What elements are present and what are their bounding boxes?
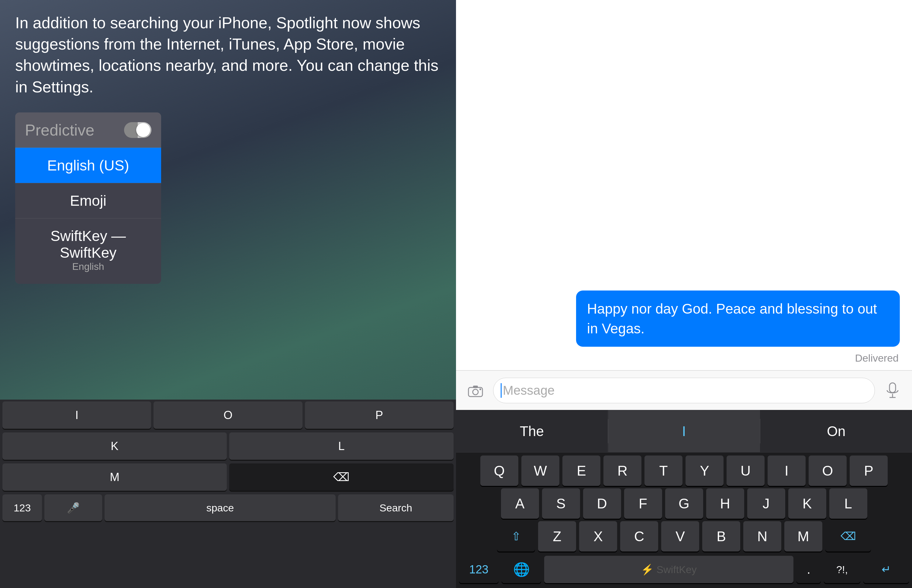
right-key-a[interactable]: A bbox=[501, 488, 539, 519]
right-kbd-area: Q W E R T Y U I O P A S D F G H J K bbox=[456, 452, 912, 588]
delivered-status: Delivered bbox=[468, 352, 900, 364]
toggle-knob bbox=[136, 123, 150, 137]
right-key-n[interactable]: N bbox=[743, 521, 781, 551]
right-key-j[interactable]: J bbox=[747, 488, 785, 519]
mic-button[interactable] bbox=[880, 378, 905, 403]
right-key-s[interactable]: S bbox=[542, 488, 580, 519]
right-key-globe[interactable]: 🌐 bbox=[501, 556, 541, 583]
left-key-num[interactable]: 123 bbox=[2, 494, 42, 521]
right-key-f[interactable]: F bbox=[624, 488, 662, 519]
right-key-m[interactable]: M bbox=[784, 521, 822, 551]
right-key-y[interactable]: Y bbox=[686, 456, 723, 486]
right-key-i[interactable]: I bbox=[768, 456, 805, 486]
right-key-g[interactable]: G bbox=[665, 488, 703, 519]
left-key-p[interactable]: P bbox=[305, 401, 454, 429]
left-key-k[interactable]: K bbox=[2, 433, 227, 460]
lang-item-emoji[interactable]: Emoji bbox=[15, 183, 161, 218]
left-kbd-bottom: 123 🎤 space Search bbox=[0, 493, 456, 523]
right-kbd-bottom: 123 🌐 ⚡ SwiftKey . ?!, ↵ bbox=[456, 553, 912, 586]
right-key-p[interactable]: P bbox=[850, 456, 888, 486]
message-input-bar: Message bbox=[456, 370, 912, 410]
right-key-q[interactable]: Q bbox=[480, 456, 518, 486]
predictive-label: Predictive bbox=[25, 121, 94, 139]
lang-item-swiftkey-sub: English bbox=[25, 261, 151, 275]
left-key-i[interactable]: I bbox=[2, 401, 151, 429]
left-key-m[interactable]: M bbox=[2, 464, 227, 491]
right-keyboard: The I On Q W E R T Y U I O bbox=[456, 410, 912, 588]
right-key-x[interactable]: X bbox=[579, 521, 617, 551]
swiftkey-logo: ⚡ SwiftKey bbox=[641, 564, 697, 575]
right-key-w[interactable]: W bbox=[521, 456, 559, 486]
predictive-popup: Predictive English (US) Emoji SwiftKey —… bbox=[15, 112, 161, 284]
svg-rect-4 bbox=[889, 383, 896, 393]
message-input-field[interactable]: Message bbox=[493, 378, 875, 403]
right-key-b[interactable]: B bbox=[702, 521, 740, 551]
left-kbd-row1: I O P bbox=[0, 400, 456, 431]
svg-rect-2 bbox=[473, 386, 478, 388]
right-key-e[interactable]: E bbox=[563, 456, 600, 486]
right-key-r[interactable]: R bbox=[603, 456, 642, 486]
right-kbd-row1: Q W E R T Y U I O P bbox=[456, 454, 912, 487]
right-key-return[interactable]: ↵ bbox=[863, 556, 909, 583]
info-text: In addition to searching your iPhone, Sp… bbox=[15, 14, 438, 96]
messages-area: Happy nor day God. Peace and blessing to… bbox=[456, 0, 912, 370]
message-bubble: Happy nor day God. Peace and blessing to… bbox=[576, 291, 900, 347]
left-kbd-row2: K L bbox=[0, 431, 456, 462]
right-key-punct[interactable]: ?!, bbox=[824, 556, 860, 583]
right-key-period[interactable]: . bbox=[797, 556, 821, 583]
left-key-search[interactable]: Search bbox=[338, 494, 454, 521]
right-kbd-row2: A S D F G H J K L bbox=[456, 487, 912, 520]
right-panel: Happy nor day God. Peace and blessing to… bbox=[456, 0, 912, 588]
suggestion-on[interactable]: On bbox=[760, 410, 912, 452]
right-key-d[interactable]: D bbox=[583, 488, 621, 519]
right-key-v[interactable]: V bbox=[661, 521, 699, 551]
left-key-backspace[interactable]: ⌫ bbox=[229, 464, 454, 491]
right-key-t[interactable]: T bbox=[645, 456, 682, 486]
message-placeholder: Message bbox=[503, 383, 555, 398]
camera-button[interactable] bbox=[463, 378, 488, 403]
right-key-h[interactable]: H bbox=[706, 488, 744, 519]
right-key-z[interactable]: Z bbox=[538, 521, 576, 551]
svg-point-1 bbox=[473, 389, 478, 395]
language-menu: English (US) Emoji SwiftKey — SwiftKey E… bbox=[15, 148, 161, 284]
left-key-mic[interactable]: 🎤 bbox=[44, 494, 102, 521]
right-key-shift[interactable]: ⇧ bbox=[497, 521, 535, 551]
left-key-o[interactable]: O bbox=[154, 401, 302, 429]
right-key-space[interactable]: ⚡ SwiftKey bbox=[544, 556, 794, 583]
right-key-l[interactable]: L bbox=[829, 488, 867, 519]
suggestion-the[interactable]: The bbox=[456, 410, 608, 452]
left-panel: In addition to searching your iPhone, Sp… bbox=[0, 0, 456, 588]
predictive-row: Predictive bbox=[15, 112, 161, 148]
left-keyboard: I O P K L M ⌫ 123 🎤 space Search bbox=[0, 400, 456, 588]
lang-item-swiftkey[interactable]: SwiftKey — SwiftKey English bbox=[15, 218, 161, 284]
right-key-num[interactable]: 123 bbox=[459, 556, 498, 583]
svg-point-3 bbox=[479, 388, 481, 390]
right-key-k[interactable]: K bbox=[788, 488, 826, 519]
predictive-toggle[interactable] bbox=[124, 122, 151, 138]
right-key-c[interactable]: C bbox=[620, 521, 658, 551]
suggestions-bar: The I On bbox=[456, 410, 912, 452]
left-key-space[interactable]: space bbox=[105, 494, 336, 521]
message-text: Happy nor day God. Peace and blessing to… bbox=[587, 301, 877, 336]
cursor bbox=[501, 383, 501, 398]
right-key-backspace[interactable]: ⌫ bbox=[825, 521, 871, 551]
right-kbd-row3: ⇧ Z X C V B N M ⌫ bbox=[456, 520, 912, 553]
left-key-l[interactable]: L bbox=[229, 433, 454, 460]
right-key-o[interactable]: O bbox=[809, 456, 847, 486]
suggestion-i[interactable]: I bbox=[608, 410, 760, 452]
left-kbd-row3: M ⌫ bbox=[0, 462, 456, 493]
lang-item-english[interactable]: English (US) bbox=[15, 148, 161, 183]
right-key-u[interactable]: U bbox=[726, 456, 765, 486]
